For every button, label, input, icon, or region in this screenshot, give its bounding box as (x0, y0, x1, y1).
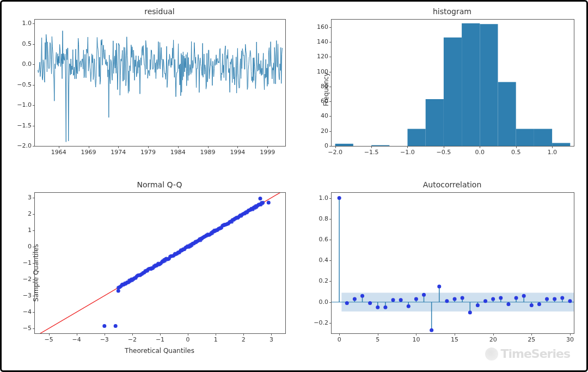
x-tick: 1999 (258, 149, 277, 156)
svg-point-274 (537, 302, 541, 306)
y-tick: −4 (10, 308, 32, 315)
x-tick: 0 (329, 336, 349, 343)
svg-rect-7 (462, 23, 480, 146)
y-tick: 140 (307, 38, 328, 45)
x-tick: 1.0 (542, 149, 562, 156)
x-tick: −3 (95, 336, 114, 343)
svg-point-238 (399, 298, 403, 302)
x-tick: 1989 (198, 149, 218, 156)
x-tick: 1964 (49, 149, 69, 156)
y-tick: −2.0 (10, 142, 32, 149)
title-acf: Autocorrelation (331, 180, 573, 189)
y-tick: 0.4 (307, 257, 328, 264)
title-residual: residual (34, 7, 285, 16)
svg-point-228 (360, 294, 364, 298)
svg-point-218 (117, 289, 120, 293)
qq-plot (35, 193, 285, 333)
y-tick: 0.0 (307, 298, 328, 306)
svg-point-248 (437, 285, 441, 289)
residual-plot (35, 20, 285, 146)
x-tick: 1974 (108, 149, 128, 156)
x-tick: 15 (445, 336, 464, 343)
svg-point-280 (560, 296, 564, 300)
svg-rect-8 (480, 24, 498, 146)
svg-point-234 (383, 306, 387, 309)
svg-point-242 (414, 297, 418, 301)
subplot-grid: residual 1964196919741979198419891994199… (2, 2, 586, 370)
y-tick: 1 (10, 227, 32, 234)
svg-point-214 (259, 197, 262, 200)
x-tick: −0.5 (434, 149, 454, 156)
panel-acf: Autocorrelation 051015202530−0.20.00.20.… (331, 192, 573, 353)
svg-point-262 (491, 297, 495, 301)
svg-rect-0 (335, 144, 353, 146)
x-tick: 0 (178, 336, 198, 343)
y-tick: 120 (307, 53, 328, 60)
x-tick: 1 (206, 336, 225, 343)
svg-point-236 (391, 298, 395, 302)
x-tick: 2 (234, 336, 253, 343)
x-tick: −2.0 (326, 149, 345, 156)
svg-point-230 (368, 301, 372, 305)
svg-point-222 (338, 196, 341, 200)
svg-point-268 (514, 296, 518, 300)
svg-rect-11 (534, 129, 552, 146)
panel-qq: Normal Q-Q −5−4−3−2−10123−5−4−3−2−10123 … (34, 192, 285, 353)
ylabel-qq: Sample Quantiles (32, 244, 40, 302)
title-qq: Normal Q-Q (34, 180, 285, 189)
svg-point-224 (345, 301, 349, 305)
svg-point-258 (476, 303, 480, 307)
svg-point-254 (461, 296, 464, 300)
svg-point-264 (499, 296, 503, 300)
x-tick: 20 (483, 336, 503, 343)
xlabel-qq: Theoretical Quantiles (34, 347, 285, 355)
svg-point-246 (430, 328, 433, 332)
y-tick: 0.2 (307, 277, 328, 284)
y-tick: −1.0 (10, 101, 32, 108)
x-tick: 25 (522, 336, 541, 343)
y-tick: −0.5 (10, 81, 32, 88)
y-tick: 0.6 (307, 236, 328, 243)
x-tick: −1 (150, 336, 170, 343)
y-tick: −1.5 (10, 122, 32, 129)
svg-point-240 (407, 304, 411, 308)
x-tick: 0.5 (506, 149, 526, 156)
y-tick: 1.0 (10, 20, 32, 27)
x-tick: −2 (122, 336, 142, 343)
svg-point-276 (545, 297, 549, 301)
y-tick: 40 (307, 112, 328, 119)
svg-point-256 (468, 310, 472, 314)
svg-point-216 (102, 324, 106, 328)
svg-rect-2 (371, 145, 389, 146)
svg-rect-10 (516, 129, 534, 146)
svg-point-232 (376, 306, 379, 309)
svg-rect-9 (498, 82, 516, 146)
y-tick: 1.0 (307, 194, 328, 202)
svg-rect-5 (426, 99, 444, 146)
x-tick: 1979 (138, 149, 158, 156)
y-tick: −0.2 (307, 319, 328, 326)
svg-point-250 (445, 299, 449, 303)
title-histogram: histogram (331, 7, 573, 16)
x-tick: −5 (39, 336, 59, 343)
y-tick: 0.8 (307, 215, 328, 222)
y-tick: −1 (10, 259, 32, 266)
x-tick: 1994 (228, 149, 247, 156)
svg-point-278 (553, 297, 556, 301)
svg-point-260 (483, 299, 487, 303)
svg-point-217 (114, 324, 118, 328)
x-tick: −1.0 (397, 149, 417, 156)
svg-point-215 (267, 201, 271, 205)
panel-histogram: histogram −2.0−1.5−1.0−0.50.00.51.002040… (331, 19, 573, 160)
svg-point-270 (522, 294, 526, 298)
y-tick: 20 (307, 127, 328, 135)
x-tick: 10 (406, 336, 426, 343)
axes-histogram: −2.0−1.5−1.0−0.50.00.51.0020406080100120… (331, 19, 574, 147)
svg-rect-6 (444, 38, 462, 146)
y-tick: 0 (307, 142, 328, 149)
axes-qq: −5−4−3−2−10123−5−4−3−2−10123 (34, 192, 286, 334)
figure-frame: residual 1964196919741979198419891994199… (0, 0, 588, 372)
svg-point-282 (568, 299, 572, 303)
svg-point-272 (530, 303, 534, 307)
svg-point-244 (422, 293, 426, 297)
